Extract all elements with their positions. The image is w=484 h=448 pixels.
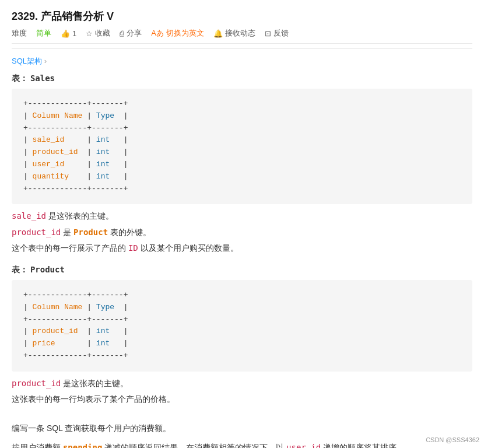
code-line: +-------------+-------+	[23, 314, 461, 326]
translate-icon: Aあ	[151, 28, 164, 38]
table1-label: 表： Sales	[12, 74, 472, 84]
star-icon: ☆	[86, 29, 93, 38]
table2-section: 表： Product +-------------+-------+ | Col…	[12, 265, 472, 407]
table1-desc-line1: sale_id 是这张表的主键。	[12, 209, 472, 223]
difficulty-value[interactable]: 简单	[36, 28, 51, 38]
feedback-label: 反馈	[273, 28, 289, 38]
table2-label: 表： Product	[12, 265, 472, 275]
code-line: | price | int |	[23, 338, 461, 350]
thumb-icon: 👍	[61, 29, 70, 38]
table2-name: Product	[30, 265, 65, 274]
share-button[interactable]: ⎙ 分享	[120, 28, 142, 38]
code-line: +-------------+-------+	[23, 289, 461, 302]
code-line: +-------------+-------+	[23, 183, 461, 195]
divider	[12, 48, 472, 49]
notify-button[interactable]: 🔔 接收动态	[213, 28, 255, 38]
table1-desc: sale_id 是这张表的主键。 product_id 是 Product 表的…	[12, 209, 472, 256]
breadcrumb[interactable]: SQL架构	[12, 56, 472, 66]
thumb-button[interactable]: 👍 1	[61, 29, 76, 38]
table1-desc-line3: 这个表中的每一行展示了产品的 ID 以及某个用户购买的数量。	[12, 241, 472, 256]
table1-label-text: 表：	[12, 74, 28, 83]
question-line2: 按用户消费额 spending 递减的顺序返回结果。在消费额相等的情况下，以 u…	[12, 440, 472, 448]
code-line: | Column Name | Type |	[23, 302, 461, 314]
share-label: 分享	[127, 28, 142, 38]
table1-desc-line2: product_id 是 Product 表的外键。	[12, 225, 472, 240]
switch-lang-label: 切换为英文	[166, 28, 204, 38]
code-line: | product_id | int |	[23, 146, 461, 159]
page-title: 2329. 产品销售分析 V	[12, 9, 472, 23]
star-button[interactable]: ☆ 收藏	[86, 28, 110, 38]
code-line: | quantity | int |	[23, 171, 461, 183]
code-line: | Column Name | Type |	[23, 110, 461, 123]
code-line: | product_id | int |	[23, 326, 461, 338]
table1-section: 表： Sales +-------------+-------+ | Colum…	[12, 74, 472, 256]
feedback-button[interactable]: ⊡ 反馈	[265, 28, 289, 38]
table2-label-text: 表：	[12, 265, 28, 274]
table1-name: Sales	[30, 74, 55, 83]
table1-code-block: +-------------+-------+ | Column Name | …	[12, 89, 472, 204]
thumb-count: 1	[72, 29, 76, 38]
table2-desc: product_id 是这张表的主键。 这张表中的每一行均表示了某个产品的价格。	[12, 376, 472, 407]
star-label: 收藏	[95, 28, 110, 38]
table2-code-block: +-------------+-------+ | Column Name | …	[12, 280, 472, 372]
share-icon: ⎙	[120, 29, 124, 38]
question-section: 编写一条 SQL 查询获取每个用户的消费额。 按用户消费额 spending 递…	[12, 421, 472, 448]
toolbar: 难度 简单 👍 1 ☆ 收藏 ⎙ 分享 Aあ 切换为英文 🔔 接收动态 ⊡ 反馈	[12, 28, 472, 44]
footer-tag: CSDN @SSS4362	[426, 436, 479, 443]
code-line: | sale_id | int |	[23, 134, 461, 146]
table2-desc-line1: product_id 是这张表的主键。	[12, 376, 472, 391]
feedback-icon: ⊡	[265, 29, 271, 38]
code-line: +-------------+-------+	[23, 98, 461, 110]
question-line1: 编写一条 SQL 查询获取每个用户的消费额。	[12, 421, 472, 436]
code-line: | user_id | int |	[23, 159, 461, 171]
difficulty-label: 难度	[12, 28, 27, 38]
switch-lang-button[interactable]: Aあ 切换为英文	[151, 28, 204, 38]
code-line: +-------------+-------+	[23, 123, 461, 135]
bell-icon: 🔔	[213, 29, 223, 38]
notify-label: 接收动态	[225, 28, 255, 38]
table2-desc-line2: 这张表中的每一行均表示了某个产品的价格。	[12, 392, 472, 407]
code-line: +-------------+-------+	[23, 350, 461, 362]
